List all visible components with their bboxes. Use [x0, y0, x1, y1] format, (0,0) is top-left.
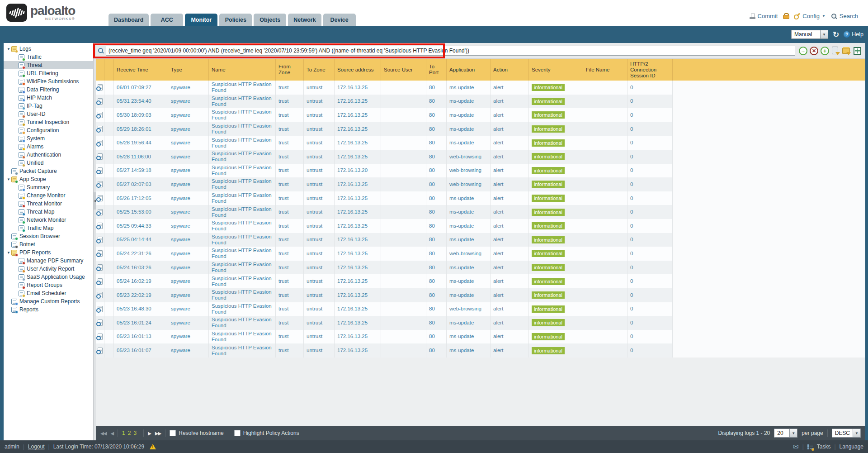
column-header-blank[interactable] [104, 59, 114, 81]
sidebar-item-reports[interactable]: Reports [4, 305, 93, 314]
log-detail-magnifier-icon[interactable] [98, 250, 103, 257]
tab-acc[interactable]: ACC [151, 14, 183, 26]
page-number-2[interactable]: 2 [128, 430, 131, 436]
tree-expand-icon[interactable]: ▼ [6, 47, 11, 51]
column-header-name[interactable]: Name [209, 59, 276, 81]
log-detail-magnifier-icon[interactable] [98, 319, 103, 326]
highlight-policy-actions-checkbox[interactable] [234, 430, 241, 436]
sidebar-item-tunnel-inspection[interactable]: Tunnel Inspection [4, 118, 93, 126]
sidebar-item-url-filtering[interactable]: URL Filtering [4, 69, 93, 77]
column-header-blank[interactable] [673, 59, 865, 81]
sidebar-item-threat[interactable]: Threat [4, 61, 93, 69]
tab-policies[interactable]: Policies [219, 14, 252, 26]
tab-dashboard[interactable]: Dashboard [108, 14, 149, 26]
prev-page-icon[interactable]: ◀ [110, 431, 113, 436]
log-detail-magnifier-icon[interactable] [98, 84, 103, 91]
sidebar-item-report-groups[interactable]: Report Groups [4, 281, 93, 289]
log-detail-magnifier-icon[interactable] [98, 264, 103, 271]
commit-button[interactable]: Commit [750, 13, 778, 19]
column-header-from-zone[interactable]: From Zone [276, 59, 304, 81]
config-menu-button[interactable]: Config ▼ [794, 13, 826, 19]
refresh-icon[interactable]: ↻ [833, 31, 839, 38]
clear-filter-icon[interactable]: ✕ [810, 47, 818, 55]
warning-icon[interactable] [150, 444, 156, 449]
tab-device[interactable]: Device [323, 14, 356, 26]
sidebar-item-packet-capture[interactable]: Packet Capture [4, 167, 93, 175]
sidebar-item-traffic[interactable]: Traffic [4, 53, 93, 61]
refresh-mode-select[interactable]: Manual ▼ [791, 30, 828, 39]
log-detail-magnifier-icon[interactable] [98, 209, 103, 215]
sidebar-item-pdf-reports[interactable]: ▼PDF Reports [4, 248, 93, 257]
sidebar-item-change-monitor[interactable]: Change Monitor [4, 191, 93, 200]
column-header-severity[interactable]: Severity [529, 59, 583, 81]
sidebar-item-manage-custom-reports[interactable]: Manage Custom Reports [4, 297, 93, 305]
sidebar-item-email-scheduler[interactable]: Email Scheduler [4, 289, 93, 297]
help-button[interactable]: ? Help [844, 31, 863, 38]
sidebar-item-summary[interactable]: Summary [4, 183, 93, 191]
sidebar-item-app-scope[interactable]: ▼App Scope [4, 175, 93, 183]
sidebar-item-ip-tag[interactable]: IP-Tag [4, 102, 93, 110]
sidebar-item-configuration[interactable]: Configuration [4, 126, 93, 134]
log-detail-magnifier-icon[interactable] [98, 334, 103, 340]
sidebar-item-wildfire-submissions[interactable]: WildFire Submissions [4, 77, 93, 86]
sidebar-item-traffic-map[interactable]: Traffic Map [4, 224, 93, 232]
log-detail-magnifier-icon[interactable] [98, 306, 103, 312]
sidebar-item-hip-match[interactable]: HIP Match [4, 94, 93, 102]
last-page-icon[interactable]: ▶▶ [155, 431, 161, 436]
log-detail-magnifier-icon[interactable] [98, 181, 103, 187]
log-detail-magnifier-icon[interactable] [98, 112, 103, 118]
log-detail-magnifier-icon[interactable] [98, 292, 103, 298]
log-detail-magnifier-icon[interactable] [98, 195, 103, 201]
column-header-blank[interactable] [96, 59, 104, 81]
tasks-link[interactable]: Tasks [817, 443, 831, 450]
tasks-icon[interactable] [807, 444, 813, 450]
log-detail-magnifier-icon[interactable] [98, 98, 103, 105]
column-header-to-port[interactable]: To Port [426, 59, 447, 81]
sidebar-item-unified[interactable]: Unified [4, 159, 93, 167]
log-detail-magnifier-icon[interactable] [98, 126, 103, 132]
per-page-select[interactable]: 20 ▼ [774, 429, 797, 438]
apply-filter-icon[interactable]: → [799, 47, 807, 55]
log-filter-input[interactable] [106, 46, 795, 56]
sidebar-item-botnet[interactable]: Botnet [4, 240, 93, 248]
column-header-application[interactable]: Application [447, 59, 491, 81]
save-filter-icon[interactable] [831, 47, 840, 55]
add-filter-icon[interactable]: + [821, 47, 829, 55]
sidebar-item-network-monitor[interactable]: Network Monitor [4, 216, 93, 224]
first-page-icon[interactable]: ◀◀ [100, 431, 106, 436]
next-page-icon[interactable]: ▶ [148, 431, 151, 436]
logout-link[interactable]: Logout [28, 443, 45, 450]
search-button[interactable]: Search [831, 13, 858, 19]
page-number-3[interactable]: 3 [133, 430, 137, 436]
sort-order-select[interactable]: DESC ▼ [832, 429, 861, 438]
log-detail-magnifier-icon[interactable] [98, 237, 103, 243]
sidebar-item-user-activity-report[interactable]: User Activity Report [4, 265, 93, 273]
sidebar-item-data-filtering[interactable]: Data Filtering [4, 86, 93, 94]
tree-expand-icon[interactable]: ▼ [6, 251, 11, 255]
log-detail-magnifier-icon[interactable] [98, 153, 103, 160]
lock-icon[interactable] [783, 13, 788, 19]
tab-monitor[interactable]: Monitor [185, 14, 217, 26]
sidebar-item-threat-monitor[interactable]: Threat Monitor [4, 200, 93, 208]
column-header-receive-time[interactable]: Receive Time [114, 59, 168, 81]
log-detail-magnifier-icon[interactable] [98, 348, 103, 354]
sidebar-item-system[interactable]: System [4, 134, 93, 143]
log-detail-magnifier-icon[interactable] [98, 140, 103, 146]
sidebar-item-alarms[interactable]: Alarms [4, 143, 93, 151]
alarms-envelope-icon[interactable]: ✉ [793, 443, 799, 451]
sidebar-item-user-id[interactable]: User-ID [4, 110, 93, 118]
sidebar-item-logs[interactable]: ▼Logs [4, 45, 93, 53]
tab-network[interactable]: Network [288, 14, 321, 26]
export-to-csv-icon[interactable] [853, 47, 862, 55]
sidebar-item-saas-application-usage[interactable]: SaaS Application Usage [4, 273, 93, 281]
column-header-source-address[interactable]: Source address [335, 59, 381, 81]
column-header-to-zone[interactable]: To Zone [304, 59, 335, 81]
language-link[interactable]: Language [840, 443, 863, 450]
tab-objects[interactable]: Objects [254, 14, 286, 26]
column-header-source-user[interactable]: Source User [381, 59, 426, 81]
column-header-http-2-connection-session-id[interactable]: HTTP/2 Connection Session ID [627, 59, 673, 81]
column-header-action[interactable]: Action [491, 59, 529, 81]
column-header-type[interactable]: Type [168, 59, 209, 81]
sidebar-item-threat-map[interactable]: Threat Map [4, 208, 93, 216]
column-header-file-name[interactable]: File Name [583, 59, 627, 81]
